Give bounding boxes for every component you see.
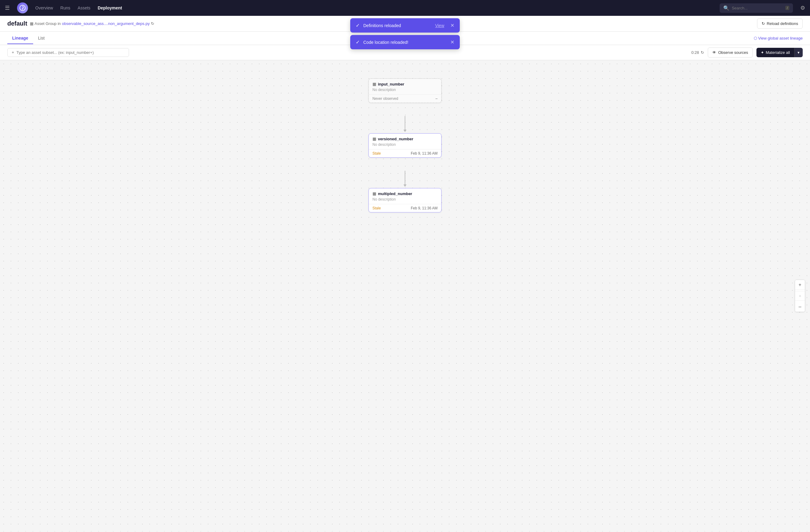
asset-node-input-number[interactable]: ▦ input_number No description Never obse… bbox=[369, 79, 441, 103]
node-table-icon-2: ▦ bbox=[372, 136, 376, 141]
node-desc-multipled-number: No description bbox=[369, 197, 441, 204]
reload-definitions-button[interactable]: ↻ Reload definitions bbox=[757, 19, 803, 29]
node-footer-multipled-number: Stale Feb 9, 11:36 AM bbox=[369, 204, 441, 212]
asset-node-multipled-number[interactable]: ▦ multipled_number No description Stale … bbox=[369, 188, 441, 212]
filter-icon: ✦ bbox=[11, 50, 15, 55]
node-status-versioned-number: Stale bbox=[372, 151, 380, 156]
node-multipled-number-container: ▦ multipled_number No description Stale … bbox=[369, 188, 441, 212]
arrow-line-2 bbox=[405, 171, 405, 184]
group-name: default bbox=[7, 20, 27, 27]
reload-label: Reload definitions bbox=[767, 21, 798, 26]
asset-filter-input-container: ✦ bbox=[7, 48, 129, 57]
node-date-multipled-number: Feb 9, 11:36 AM bbox=[411, 206, 438, 210]
node-desc-input-number: No description bbox=[369, 88, 441, 94]
node-footer-versioned-number: Stale Feb 9, 11:36 AM bbox=[369, 149, 441, 157]
arrow-head-2 bbox=[404, 184, 406, 187]
timer-value: 0:28 bbox=[691, 50, 699, 55]
search-bar: 🔍 / bbox=[719, 3, 793, 13]
asset-lineage-canvas: ▦ input_number No description Never obse… bbox=[0, 60, 810, 531]
materialize-icon: ✦ bbox=[761, 50, 764, 55]
meta-link[interactable]: observable_source_ass....non_argument_de… bbox=[62, 21, 150, 26]
arrow-head-1 bbox=[404, 130, 406, 132]
arrow-2 bbox=[404, 171, 406, 187]
node-name-multipled-number: multipled_number bbox=[378, 191, 412, 196]
nav-assets[interactable]: Assets bbox=[78, 5, 91, 10]
sub-header-meta: ▦ Asset Group in observable_source_ass..… bbox=[30, 21, 154, 26]
search-input[interactable] bbox=[732, 6, 783, 10]
node-header-multipled-number: ▦ multipled_number bbox=[369, 188, 441, 197]
toast-view-action[interactable]: View bbox=[435, 23, 444, 28]
zoom-out-button[interactable]: – bbox=[795, 302, 805, 312]
node-desc-versioned-number: No description bbox=[369, 142, 441, 149]
view-global-label: View global asset lineage bbox=[758, 36, 803, 41]
reload-icon: ↻ bbox=[762, 21, 765, 26]
node-table-icon-3: ▦ bbox=[372, 191, 376, 196]
materialize-label: Materialize all bbox=[766, 50, 790, 55]
node-name-versioned-number: versioned_number bbox=[378, 136, 413, 141]
top-navigation: ☰ Overview Runs Assets Deployment 🔍 / ⚙ bbox=[0, 0, 810, 16]
node-date-versioned-number: Feb 9, 11:36 AM bbox=[411, 151, 438, 156]
tab-lineage[interactable]: Lineage bbox=[7, 33, 33, 44]
toast-code-location-reloaded: ✓ Code location reloaded! ✕ bbox=[350, 35, 460, 49]
toast-definitions-reloaded: ✓ Definitions reloaded View ✕ bbox=[350, 18, 460, 33]
search-icon: 🔍 bbox=[723, 5, 729, 11]
zoom-in-button[interactable]: + bbox=[795, 280, 805, 290]
nav-runs[interactable]: Runs bbox=[60, 5, 70, 10]
toast-close-2[interactable]: ✕ bbox=[450, 39, 454, 45]
tab-list[interactable]: List bbox=[33, 33, 50, 44]
observe-sources-button[interactable]: 👁 Observe sources bbox=[708, 47, 752, 58]
toast-container: ✓ Definitions reloaded View ✕ ✓ Code loc… bbox=[350, 18, 460, 49]
node-date-input-number: – bbox=[435, 96, 438, 101]
gear-icon[interactable]: ⚙ bbox=[800, 4, 805, 11]
materialize-button-group: ✦ Materialize all ▾ bbox=[757, 48, 803, 57]
nav-deployment[interactable]: Deployment bbox=[98, 5, 122, 10]
zoom-controls: + ○ – bbox=[795, 280, 805, 312]
search-kbd: / bbox=[785, 6, 789, 10]
sub-header-left: default ▦ Asset Group in observable_sour… bbox=[7, 20, 154, 27]
node-status-input-number: Never observed bbox=[372, 96, 398, 101]
toast-close-1[interactable]: ✕ bbox=[450, 22, 454, 28]
toast-text-1: Definitions reloaded bbox=[363, 23, 432, 28]
materialize-dropdown-arrow[interactable]: ▾ bbox=[794, 48, 803, 57]
asset-subset-input[interactable] bbox=[16, 50, 125, 55]
arrow-line-1 bbox=[405, 116, 405, 130]
materialize-all-button[interactable]: ✦ Materialize all bbox=[757, 48, 794, 57]
timer: 0:28 ↻ bbox=[691, 50, 704, 55]
tab-group: Lineage List bbox=[7, 33, 50, 44]
meta-prefix: Asset Group in bbox=[35, 21, 61, 26]
arrow-1 bbox=[404, 116, 406, 132]
lineage-icon: ⬡ bbox=[754, 36, 757, 41]
node-footer-input-number: Never observed – bbox=[369, 94, 441, 102]
node-header-input-number: ▦ input_number bbox=[369, 79, 441, 88]
toast-check-icon-2: ✓ bbox=[356, 39, 360, 45]
eye-icon: 👁 bbox=[712, 50, 716, 55]
node-name-input-number: input_number bbox=[378, 82, 404, 86]
toast-check-icon-1: ✓ bbox=[356, 22, 360, 28]
hamburger-menu[interactable]: ☰ bbox=[5, 4, 10, 11]
nav-links: Overview Runs Assets Deployment bbox=[35, 5, 712, 10]
asset-node-versioned-number[interactable]: ▦ versioned_number No description Stale … bbox=[369, 133, 441, 158]
refresh-icon[interactable]: ↻ bbox=[151, 21, 154, 26]
zoom-center-indicator: ○ bbox=[795, 291, 805, 301]
observe-label: Observe sources bbox=[718, 50, 748, 55]
meta-icon: ▦ bbox=[30, 21, 33, 26]
node-versioned-number-container: ▦ versioned_number No description Stale … bbox=[369, 133, 441, 158]
timer-refresh-icon[interactable]: ↻ bbox=[701, 50, 704, 55]
svg-point-0 bbox=[20, 5, 25, 11]
nav-overview[interactable]: Overview bbox=[35, 5, 53, 10]
node-table-icon: ▦ bbox=[372, 82, 376, 86]
app-logo bbox=[17, 2, 28, 13]
node-input-number-container: ▦ input_number No description Never obse… bbox=[369, 79, 441, 103]
toast-text-2: Code location reloaded! bbox=[363, 40, 447, 45]
node-status-multipled-number: Stale bbox=[372, 206, 380, 210]
node-header-versioned-number: ▦ versioned_number bbox=[369, 134, 441, 142]
view-global-lineage-link[interactable]: ⬡ View global asset lineage bbox=[754, 36, 803, 41]
